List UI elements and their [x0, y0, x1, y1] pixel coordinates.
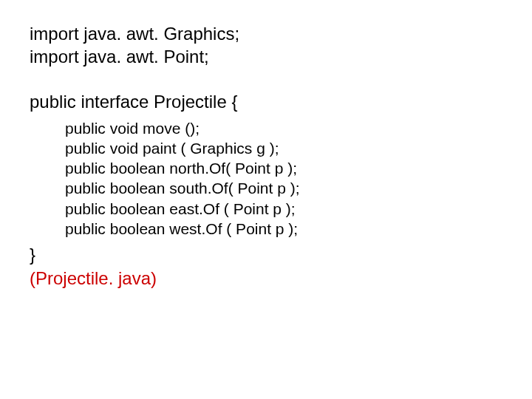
method-signature: public void move ();	[30, 118, 502, 138]
method-signature: public void paint ( Graphics g );	[30, 138, 502, 158]
method-signature: public boolean east.Of ( Point p );	[30, 199, 502, 219]
filename-label: (Projectile. java)	[30, 267, 502, 290]
code-block: import java. awt. Graphics; import java.…	[0, 0, 532, 312]
import-line: import java. awt. Point;	[30, 45, 502, 68]
close-brace: }	[30, 243, 502, 266]
interface-declaration: public interface Projectile {	[30, 90, 502, 113]
import-line: import java. awt. Graphics;	[30, 22, 502, 45]
method-signature: public boolean north.Of( Point p );	[30, 158, 502, 178]
method-signature: public boolean south.Of( Point p );	[30, 178, 502, 198]
method-signature: public boolean west.Of ( Point p );	[30, 219, 502, 239]
